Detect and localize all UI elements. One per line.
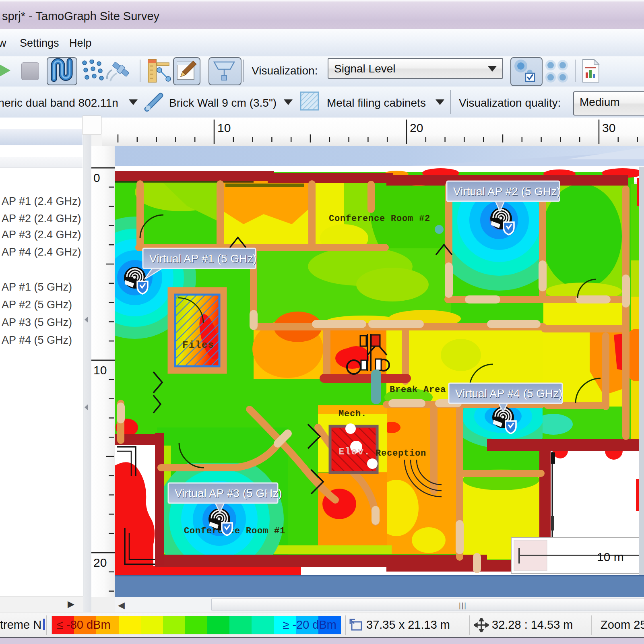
svg-text:Virtual AP #2 (5 GHz): Virtual AP #2 (5 GHz) [453,185,561,198]
svg-text:Virtual AP #1 (5 GHz): Virtual AP #1 (5 GHz) [149,252,257,265]
svg-text:Virtual AP #3 (5 GHz): Virtual AP #3 (5 GHz) [175,487,282,500]
svg-text:10: 10 [93,363,107,377]
svg-text:10 m: 10 m [597,550,624,564]
svg-text:Elev.: Elev. [339,446,371,457]
svg-text:Reception: Reception [376,448,426,458]
svg-text:Conference Room #1: Conference Room #1 [184,526,285,536]
svg-text:Virtual AP #4 (5 GHz): Virtual AP #4 (5 GHz) [455,387,563,400]
svg-text:20: 20 [410,121,423,134]
svg-text:Break Area: Break Area [390,385,446,395]
svg-text:Conference Room #2: Conference Room #2 [329,214,430,224]
svg-text:Mech.: Mech. [339,409,367,419]
svg-text:Files: Files [182,340,215,351]
svg-text:30: 30 [602,121,615,134]
svg-text:0: 0 [93,171,100,184]
svg-text:10: 10 [217,121,231,134]
svg-text:20: 20 [93,556,107,569]
